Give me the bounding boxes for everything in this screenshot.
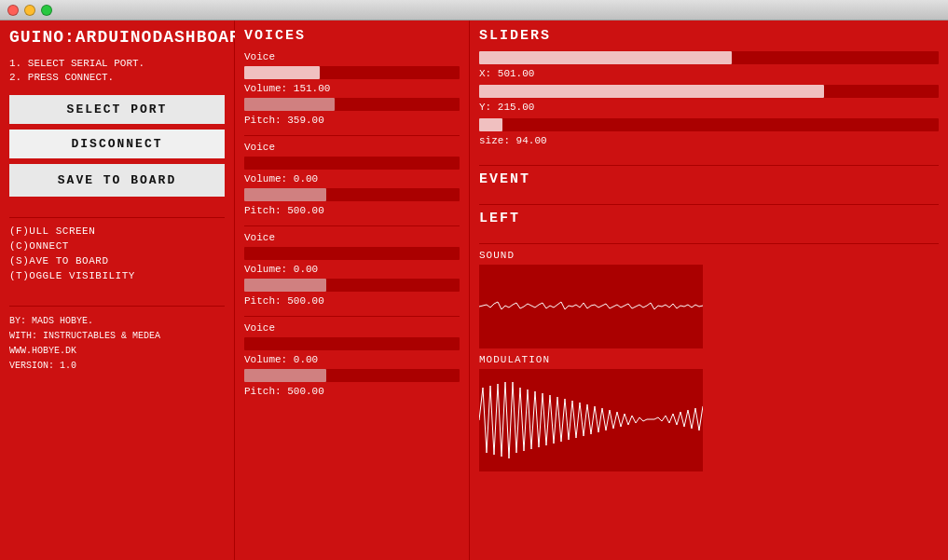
voice-2-pitch-label: Pitch: 500.00 [244, 205, 460, 216]
slider-size[interactable] [479, 118, 939, 131]
voices-panel: VOICES Voice Volume: 151.00 Pitch: 359.0… [235, 20, 470, 560]
shortcut-list: (F)ULL SCREEN (C)ONNECT (S)AVE TO BOARD … [9, 225, 225, 285]
maximize-btn[interactable] [41, 5, 52, 16]
slider-size-row: size: 94.00 [479, 118, 939, 146]
modulation-label: MODULATION [479, 354, 939, 365]
slider-y-row: Y: 215.00 [479, 85, 939, 113]
voice-3-label: Voice [244, 232, 460, 243]
divider-1 [9, 217, 225, 218]
voice-2: Voice Volume: 0.00 Pitch: 500.00 [244, 142, 460, 216]
voice-divider-2 [244, 225, 460, 226]
voice-3-pitch-label: Pitch: 500.00 [244, 295, 460, 307]
sound-waveform [479, 265, 703, 348]
credit-www: WWW.HOBYE.DK [9, 344, 225, 359]
voice-2-label: Voice [244, 142, 460, 153]
slider-y-label: Y: 215.00 [479, 102, 939, 113]
main-content: VOICES Voice Volume: 151.00 Pitch: 359.0… [235, 20, 948, 560]
sliders-section: SLIDERS X: 501.00 Y: 215.00 [479, 28, 939, 152]
voices-title: VOICES [244, 28, 460, 44]
voice-3-volume-label: Volume: 0.00 [244, 264, 460, 275]
voice-1-pitch-slider[interactable] [244, 98, 460, 111]
credit-with: WITH: INSTRUCTABLES & MEDEA [9, 329, 225, 344]
sound-waveform-svg [479, 265, 703, 348]
sliders-title: SLIDERS [479, 28, 939, 44]
instruction-2: 2. PRESS CONNECT. [9, 72, 225, 83]
voice-3: Voice Volume: 0.00 Pitch: 500.00 [244, 232, 460, 307]
save-to-board-button[interactable]: SAVE TO BOARD [9, 164, 225, 197]
left-divider [479, 243, 939, 244]
voice-4: Voice Volume: 0.00 Pitch: 500.00 [244, 322, 460, 397]
right-panel: SLIDERS X: 501.00 Y: 215.00 [470, 20, 948, 560]
modulation-section: MODULATION [479, 354, 939, 471]
shortcut-save: (S)AVE TO BOARD [9, 255, 225, 266]
app-title: GUINO:ArduinoDashboard [9, 28, 225, 47]
event-divider [479, 204, 939, 205]
instruction-1: 1. SELECT SERIAL PORT. [9, 58, 225, 69]
sliders-divider [479, 165, 939, 166]
slider-size-label: size: 94.00 [479, 135, 939, 146]
voice-3-pitch-slider[interactable] [244, 279, 460, 292]
voice-2-volume-label: Volume: 0.00 [244, 173, 460, 184]
slider-y[interactable] [479, 85, 939, 98]
disconnect-button[interactable]: DISCONNECT [9, 130, 225, 158]
voice-2-volume-slider[interactable] [244, 157, 460, 170]
event-title: EVENT [479, 171, 939, 187]
voice-4-volume-slider[interactable] [244, 337, 460, 350]
voice-4-pitch-label: Pitch: 500.00 [244, 386, 460, 397]
close-btn[interactable] [7, 5, 19, 16]
divider-2 [9, 306, 225, 307]
credits: BY: MADS HOBYE. WITH: INSTRUCTABLES & ME… [9, 314, 225, 374]
voice-2-pitch-slider[interactable] [244, 188, 460, 201]
voice-1-label: Voice [244, 51, 460, 62]
select-port-button[interactable]: SELECT PORT [9, 95, 225, 124]
voice-3-volume-slider[interactable] [244, 247, 460, 260]
voice-1-pitch-label: Pitch: 359.00 [244, 115, 460, 126]
minimize-btn[interactable] [24, 5, 35, 16]
voice-divider-1 [244, 135, 460, 136]
voice-divider-3 [244, 316, 460, 317]
event-section: EVENT [479, 171, 939, 195]
slider-x[interactable] [479, 51, 939, 64]
title-bar [0, 0, 948, 20]
voice-4-volume-label: Volume: 0.00 [244, 354, 460, 365]
sound-label: SOUND [479, 250, 939, 261]
modulation-waveform [479, 369, 703, 471]
app-container: GUINO:ArduinoDashboard 1. SELECT SERIAL … [0, 20, 948, 560]
voice-1-volume-slider[interactable] [244, 66, 460, 79]
credit-by: BY: MADS HOBYE. [9, 314, 225, 329]
left-section: LEFT [479, 211, 939, 234]
shortcut-fullscreen: (F)ULL SCREEN [9, 225, 225, 237]
sidebar: GUINO:ArduinoDashboard 1. SELECT SERIAL … [0, 20, 235, 560]
credit-version: VERSION: 1.0 [9, 359, 225, 374]
voice-1: Voice Volume: 151.00 Pitch: 359.00 [244, 51, 460, 126]
left-title: LEFT [479, 211, 939, 226]
sound-section: SOUND [479, 250, 939, 348]
voice-4-label: Voice [244, 322, 460, 334]
shortcut-toggle: (T)OGGLE VISIBILITY [9, 270, 225, 281]
voice-1-volume-label: Volume: 151.00 [244, 83, 460, 94]
slider-x-label: X: 501.00 [479, 68, 939, 79]
shortcut-connect: (C)ONNECT [9, 240, 225, 252]
voice-4-pitch-slider[interactable] [244, 369, 460, 382]
modulation-waveform-svg [479, 369, 703, 471]
slider-x-row: X: 501.00 [479, 51, 939, 79]
